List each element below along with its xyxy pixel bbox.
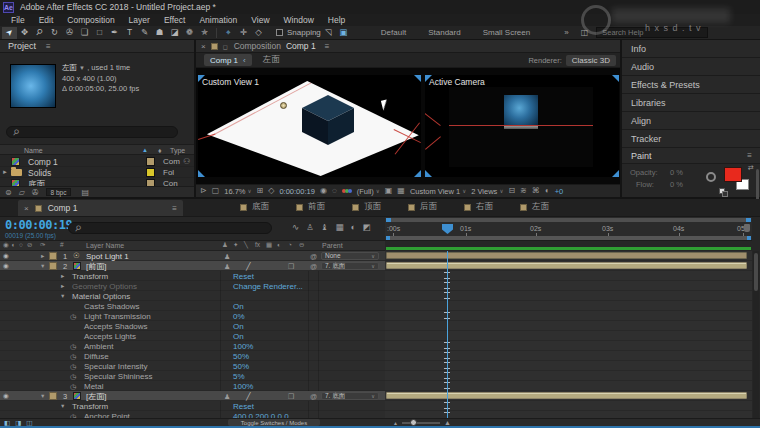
- project-item-name[interactable]: Comp 1: [28, 157, 58, 167]
- property-value[interactable]: On: [233, 333, 244, 341]
- roto-brush-tool[interactable]: ❁: [182, 27, 197, 39]
- pickwhip-icon[interactable]: @: [310, 263, 317, 270]
- panel-header-info[interactable]: Info: [622, 40, 760, 58]
- show-channel-icon[interactable]: [342, 189, 352, 193]
- three-d-switch-icon[interactable]: ❒: [288, 393, 294, 400]
- brush-tool[interactable]: ✎: [137, 27, 152, 39]
- panel-header-align[interactable]: Align: [622, 112, 760, 130]
- frame-blending-icon[interactable]: ▦: [335, 223, 343, 232]
- resolution-select[interactable]: (Full)∨: [357, 187, 380, 196]
- property-row[interactable]: ◷Metal100%: [0, 381, 385, 391]
- eye-toggle-icon[interactable]: ◉: [3, 253, 9, 260]
- snap-option-2-icon[interactable]: ▣: [336, 27, 351, 39]
- swap-colors-icon[interactable]: ⇄: [748, 164, 754, 172]
- property-row[interactable]: ▼Material Options: [0, 291, 385, 301]
- property-row[interactable]: ▼TransformReset: [0, 401, 385, 411]
- property-track-row[interactable]: [385, 381, 752, 391]
- property-value[interactable]: 100%: [233, 383, 253, 391]
- draft-3d-icon[interactable]: ♙: [306, 223, 314, 232]
- viewer-tab-zuomian[interactable]: 左面: [263, 54, 280, 66]
- twirl-icon[interactable]: ►: [2, 169, 8, 175]
- layer-color-swatch[interactable]: [49, 252, 57, 260]
- snapping-checkbox[interactable]: [276, 29, 283, 36]
- unified-camera-tool[interactable]: ✇: [62, 27, 77, 39]
- snapshot-icon[interactable]: ◉: [320, 187, 327, 195]
- panel-menu-icon[interactable]: ≡: [46, 42, 51, 51]
- panel-header-tracker[interactable]: Tracker: [622, 130, 760, 148]
- label-color-swatch[interactable]: [146, 157, 155, 166]
- fast-previews-icon[interactable]: ≋: [520, 187, 527, 195]
- preview-comp-name[interactable]: 左面: [62, 63, 77, 72]
- flow-value[interactable]: 0 %: [670, 180, 683, 189]
- comp-marker-bin[interactable]: [744, 224, 750, 232]
- property-track-row[interactable]: [385, 311, 752, 321]
- project-bit-depth[interactable]: 8 bpc: [46, 188, 72, 196]
- property-track-row[interactable]: [385, 371, 752, 381]
- property-track-row[interactable]: [385, 301, 752, 311]
- clone-stamp-tool[interactable]: ☗: [152, 27, 167, 39]
- workspace-default[interactable]: Default: [381, 28, 406, 37]
- layer-name-column[interactable]: Layer Name: [86, 242, 124, 249]
- trash-icon[interactable]: ▤: [81, 188, 89, 197]
- twirl-icon[interactable]: ▼: [60, 294, 65, 300]
- viewer-tab-comp1[interactable]: Comp 1 ‹: [204, 54, 252, 66]
- default-colors-icon[interactable]: [719, 188, 726, 195]
- menu-composition[interactable]: Composition: [60, 15, 121, 25]
- twirl-icon[interactable]: ▼: [40, 394, 45, 400]
- property-value[interactable]: Reset: [233, 273, 254, 281]
- interpret-footage-icon[interactable]: ⊜: [5, 188, 12, 197]
- new-folder-icon[interactable]: ▱: [19, 188, 25, 197]
- property-track-row[interactable]: [385, 271, 752, 281]
- selection-tool[interactable]: ➤: [2, 27, 17, 39]
- reset-exposure-icon[interactable]: ◐: [545, 187, 550, 195]
- local-axis-mode[interactable]: ⌖: [221, 27, 236, 39]
- composition-panel-tab[interactable]: × ◻ Composition Comp 1 ≡: [196, 40, 620, 53]
- current-timecode[interactable]: 0:00:00:19: [5, 218, 72, 232]
- property-row[interactable]: ◷Diffuse50%: [0, 351, 385, 361]
- new-composition-icon[interactable]: ✇: [32, 188, 39, 197]
- project-column-header[interactable]: Name ▲ ♦ Type: [0, 144, 194, 155]
- spot-light-gizmo[interactable]: [280, 102, 287, 109]
- timeline-tab-5[interactable]: 左面: [520, 201, 549, 213]
- world-axis-mode[interactable]: ✛: [236, 27, 251, 39]
- av-column-icon[interactable]: ○: [19, 242, 23, 249]
- grid-options-icon[interactable]: ⊞: [257, 187, 264, 195]
- view-select[interactable]: Custom View 1∨: [410, 187, 466, 196]
- property-value[interactable]: 0%: [233, 313, 245, 321]
- property-row[interactable]: Accepts ShadowsOn: [0, 321, 385, 331]
- stopwatch-icon[interactable]: ◷: [70, 353, 76, 360]
- playhead-line[interactable]: [447, 251, 448, 418]
- zoom-knob[interactable]: [410, 419, 417, 426]
- pan-behind-tool[interactable]: ❏: [77, 27, 92, 39]
- property-track-row[interactable]: [385, 321, 752, 331]
- panel-header-paint[interactable]: Paint ≡: [622, 148, 760, 164]
- pickwhip-icon[interactable]: @: [310, 253, 317, 260]
- mini-flowchart-icon[interactable]: ⌘: [532, 187, 540, 195]
- close-icon[interactable]: ×: [201, 42, 206, 51]
- parent-dropdown[interactable]: 7. 底面∨: [321, 392, 379, 400]
- property-row[interactable]: ►TransformReset: [0, 271, 385, 281]
- help-search-field[interactable]: [596, 27, 708, 38]
- panel-header-audio[interactable]: Audio: [622, 58, 760, 76]
- workspace-overflow-button[interactable]: »: [564, 28, 568, 37]
- zoom-out-icon[interactable]: ▲: [393, 420, 398, 426]
- parent-column[interactable]: Parent: [322, 242, 343, 249]
- layer-color-swatch[interactable]: [49, 392, 57, 400]
- menu-edit[interactable]: Edit: [32, 15, 61, 25]
- timeline-tab-4[interactable]: 右面: [464, 201, 493, 213]
- shape-tool[interactable]: □: [92, 27, 107, 39]
- menu-window[interactable]: Window: [277, 15, 321, 25]
- timeline-tab-0[interactable]: 底面: [240, 201, 269, 213]
- type-tool[interactable]: T: [122, 27, 137, 39]
- property-value[interactable]: Reset: [233, 403, 254, 411]
- back-arrow-icon[interactable]: ‹: [243, 56, 246, 65]
- viewer-timecode[interactable]: 0:00:00:19: [279, 187, 314, 196]
- timeline-search-field[interactable]: ⚲: [68, 222, 272, 234]
- menu-animation[interactable]: Animation: [192, 15, 244, 25]
- workspace-standard[interactable]: Standard: [428, 28, 460, 37]
- chevron-down-icon[interactable]: ▼: [79, 65, 85, 71]
- time-navigator[interactable]: [386, 218, 751, 222]
- lock-icon[interactable]: ◻: [223, 43, 228, 50]
- property-track-row[interactable]: [385, 341, 752, 351]
- property-track-row[interactable]: [385, 331, 752, 341]
